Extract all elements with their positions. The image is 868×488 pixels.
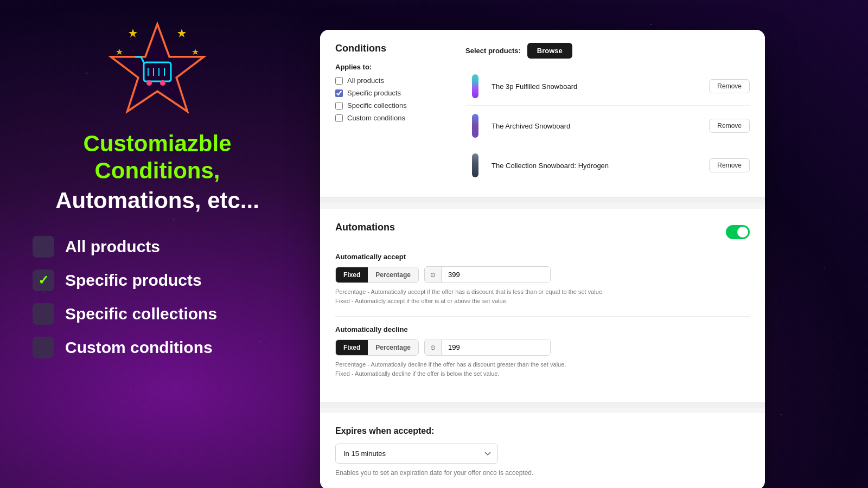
svg-marker-6 — [116, 49, 123, 55]
product-image-1 — [472, 74, 478, 98]
automations-section: Automations Automatically accept Fixed P… — [320, 209, 765, 402]
decline-value-wrapper: ⊙ — [424, 339, 551, 356]
checkbox-specific-collections[interactable] — [33, 303, 54, 325]
right-panel: Conditions Applies to: All products Spec… — [320, 30, 765, 488]
product-image-3 — [472, 153, 478, 177]
specific-products-label: Specific products — [65, 271, 202, 290]
checkbox-specific[interactable] — [335, 89, 343, 97]
auto-accept-group: Automatically accept Fixed Percentage ⊙ … — [335, 253, 750, 305]
option-all-products[interactable]: All products — [335, 76, 444, 85]
product-name-3: The Collection Snowboard: Hydrogen — [492, 162, 703, 170]
list-item: Specific collections — [33, 303, 282, 325]
product-name-1: The 3p Fulfilled Snowboard — [492, 82, 703, 91]
accept-percentage-tab[interactable]: Percentage — [368, 267, 418, 282]
expires-hint: Enables you to set an expiration date fo… — [335, 469, 750, 477]
section-gap-2 — [320, 402, 765, 408]
auto-accept-controls: Fixed Percentage ⊙ — [335, 266, 750, 283]
product-row: The Collection Snowboard: Hydrogen Remov… — [465, 146, 750, 184]
decline-tab-group: Fixed Percentage — [335, 339, 419, 356]
remove-button-2[interactable]: Remove — [709, 119, 750, 133]
headline-green: Customiazble Conditions, — [22, 130, 293, 185]
accept-value-input[interactable] — [442, 267, 550, 282]
list-item: ✓ Specific products — [33, 269, 282, 291]
automations-toggle[interactable] — [726, 225, 750, 239]
product-row: The 3p Fulfilled Snowboard Remove — [465, 67, 750, 106]
browse-button[interactable]: Browse — [527, 43, 572, 59]
remove-button-3[interactable]: Remove — [709, 158, 750, 172]
product-thumb-1 — [465, 73, 485, 100]
checkbox-specific-products[interactable]: ✓ — [33, 269, 54, 291]
product-row: The Archived Snowboard Remove — [465, 107, 750, 145]
checkbox-custom[interactable] — [335, 114, 343, 122]
conditions-title: Conditions — [335, 43, 444, 54]
left-panel: Customiazble Conditions, Automations, et… — [0, 0, 315, 488]
product-name-2: The Archived Snowboard — [492, 122, 703, 130]
option-custom-label: Custom conditions — [347, 114, 405, 122]
headline: Customiazble Conditions, Automations, et… — [0, 130, 315, 214]
applies-label: Applies to: — [335, 63, 444, 71]
product-thumb-2 — [465, 112, 485, 139]
list-item: All products — [33, 236, 282, 258]
checkbox-all[interactable] — [335, 77, 343, 85]
logo-icon — [103, 19, 212, 122]
product-list: The 3p Fulfilled Snowboard Remove The Ar… — [465, 67, 750, 184]
auto-decline-group: Automatically decline Fixed Percentage ⊙… — [335, 325, 750, 378]
option-specific-label: Specific products — [347, 89, 401, 97]
decline-hint: Percentage - Automatically decline if th… — [335, 360, 750, 378]
select-products-label: Select products: — [465, 47, 521, 55]
option-all-label: All products — [347, 76, 384, 85]
auto-decline-controls: Fixed Percentage ⊙ — [335, 339, 750, 356]
option-specific-collections[interactable]: Specific collections — [335, 101, 444, 110]
applies-to-group: All products Specific products Specific … — [335, 76, 444, 122]
checkbox-collections[interactable] — [335, 102, 343, 110]
conditions-right: Select products: Browse The 3p Fulfilled… — [465, 43, 750, 184]
option-specific-products[interactable]: Specific products — [335, 89, 444, 97]
remove-button-1[interactable]: Remove — [709, 79, 750, 93]
accept-currency-icon: ⊙ — [425, 267, 442, 282]
expires-select[interactable]: In 5 minutes In 15 minutes In 30 minutes… — [335, 444, 498, 464]
product-thumb-3 — [465, 152, 485, 179]
product-image-2 — [472, 114, 478, 138]
option-custom-conditions[interactable]: Custom conditions — [335, 114, 444, 122]
svg-point-9 — [160, 80, 165, 86]
conditions-section: Conditions Applies to: All products Spec… — [320, 30, 765, 198]
automations-title: Automations — [335, 222, 395, 233]
svg-marker-4 — [177, 29, 186, 37]
section-gap-1 — [320, 198, 765, 203]
automations-header: Automations — [335, 222, 750, 242]
svg-marker-5 — [192, 49, 199, 55]
expires-title: Expires when accepted: — [335, 426, 750, 436]
auto-decline-label: Automatically decline — [335, 325, 750, 333]
accept-tab-group: Fixed Percentage — [335, 267, 419, 283]
accept-hint: Percentage - Automatically accept if the… — [335, 287, 750, 305]
headline-white: Automations, etc... — [22, 187, 293, 214]
specific-collections-label: Specific collections — [65, 305, 217, 323]
divider — [335, 316, 750, 317]
select-products-header: Select products: Browse — [465, 43, 750, 59]
custom-conditions-label: Custom conditions — [65, 338, 213, 357]
conditions-left: Conditions Applies to: All products Spec… — [335, 43, 444, 184]
checkbox-all-products[interactable] — [33, 236, 54, 258]
option-collections-label: Specific collections — [347, 101, 407, 110]
decline-value-input[interactable] — [442, 339, 550, 355]
decline-currency-icon: ⊙ — [425, 340, 442, 355]
auto-accept-label: Automatically accept — [335, 253, 750, 261]
svg-marker-3 — [129, 29, 137, 37]
logo-container — [98, 16, 217, 125]
decline-fixed-tab[interactable]: Fixed — [336, 340, 368, 355]
list-item: Custom conditions — [33, 337, 282, 358]
checklist: All products ✓ Specific products Specifi… — [0, 236, 315, 370]
expires-section: Expires when accepted: In 5 minutes In 1… — [320, 413, 765, 488]
all-products-label: All products — [65, 237, 160, 256]
svg-point-8 — [146, 80, 152, 86]
checkbox-custom-conditions[interactable] — [33, 337, 54, 358]
accept-value-wrapper: ⊙ — [424, 266, 551, 283]
decline-percentage-tab[interactable]: Percentage — [368, 340, 418, 355]
accept-fixed-tab[interactable]: Fixed — [336, 267, 368, 282]
